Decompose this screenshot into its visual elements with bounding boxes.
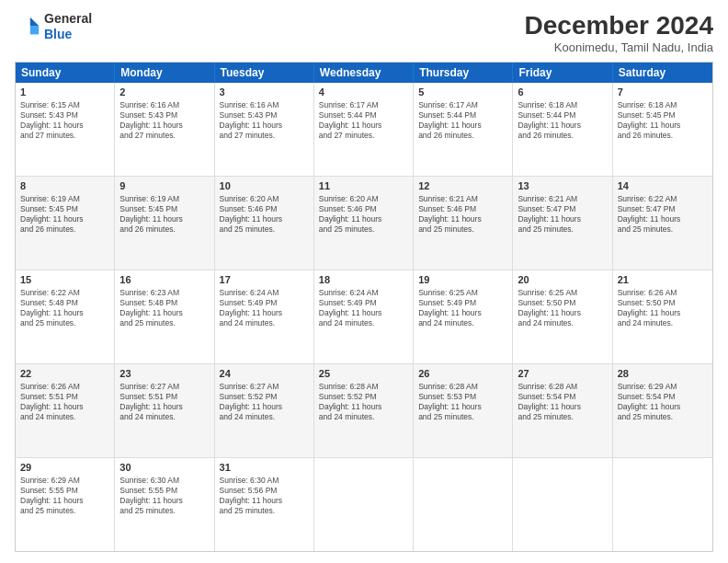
calendar-cell: 26Sunrise: 6:28 AM Sunset: 5:53 PM Dayli… — [414, 364, 513, 457]
logo-text: General Blue — [44, 11, 92, 42]
calendar-cell: 16Sunrise: 6:23 AM Sunset: 5:48 PM Dayli… — [115, 270, 214, 363]
cell-info: Sunrise: 6:29 AM Sunset: 5:55 PM Dayligh… — [20, 476, 109, 516]
calendar-cell: 30Sunrise: 6:30 AM Sunset: 5:55 PM Dayli… — [115, 458, 214, 551]
day-number: 2 — [119, 86, 209, 99]
cell-info: Sunrise: 6:17 AM Sunset: 5:44 PM Dayligh… — [418, 100, 507, 141]
day-number: 4 — [319, 86, 408, 99]
header-wednesday: Wednesday — [314, 63, 414, 83]
calendar-row: 1Sunrise: 6:15 AM Sunset: 5:43 PM Daylig… — [16, 83, 712, 176]
cell-info: Sunrise: 6:24 AM Sunset: 5:49 PM Dayligh… — [319, 288, 408, 328]
calendar-row: 29Sunrise: 6:29 AM Sunset: 5:55 PM Dayli… — [16, 457, 712, 551]
day-number: 8 — [20, 179, 109, 193]
day-number: 19 — [418, 273, 507, 287]
cell-info: Sunrise: 6:20 AM Sunset: 5:46 PM Dayligh… — [220, 194, 309, 235]
cell-info: Sunrise: 6:26 AM Sunset: 5:51 PM Dayligh… — [20, 382, 109, 422]
day-number: 25 — [319, 367, 408, 381]
calendar-cell: 9Sunrise: 6:19 AM Sunset: 5:45 PM Daylig… — [115, 177, 214, 270]
cell-info: Sunrise: 6:24 AM Sunset: 5:49 PM Dayligh… — [220, 288, 309, 328]
cell-info: Sunrise: 6:30 AM Sunset: 5:56 PM Dayligh… — [220, 476, 309, 516]
cell-info: Sunrise: 6:22 AM Sunset: 5:47 PM Dayligh… — [618, 194, 708, 235]
day-number: 23 — [119, 367, 209, 381]
header-tuesday: Tuesday — [215, 63, 314, 83]
calendar-cell — [414, 458, 513, 551]
calendar-header: Sunday Monday Tuesday Wednesday Thursday… — [16, 63, 712, 83]
header-friday: Friday — [513, 63, 612, 83]
location: Koonimedu, Tamil Nadu, India — [525, 40, 713, 54]
cell-info: Sunrise: 6:19 AM Sunset: 5:45 PM Dayligh… — [20, 194, 109, 235]
cell-info: Sunrise: 6:27 AM Sunset: 5:51 PM Dayligh… — [119, 382, 209, 422]
cell-info: Sunrise: 6:18 AM Sunset: 5:44 PM Dayligh… — [518, 100, 607, 141]
day-number: 30 — [119, 461, 209, 475]
cell-info: Sunrise: 6:16 AM Sunset: 5:43 PM Dayligh… — [119, 100, 209, 141]
day-number: 16 — [119, 273, 209, 287]
day-number: 17 — [220, 273, 309, 287]
cell-info: Sunrise: 6:22 AM Sunset: 5:48 PM Dayligh… — [20, 288, 109, 328]
cell-info: Sunrise: 6:20 AM Sunset: 5:46 PM Dayligh… — [319, 194, 408, 235]
day-number: 20 — [518, 273, 607, 287]
logo-icon — [15, 14, 40, 40]
header-sunday: Sunday — [16, 63, 115, 83]
page: General Blue December 2024 Koonimedu, Ta… — [0, 0, 728, 563]
calendar-cell: 17Sunrise: 6:24 AM Sunset: 5:49 PM Dayli… — [215, 270, 314, 363]
day-number: 7 — [618, 86, 708, 99]
title-block: December 2024 Koonimedu, Tamil Nadu, Ind… — [525, 11, 713, 54]
day-number: 10 — [220, 179, 309, 193]
calendar-cell: 4Sunrise: 6:17 AM Sunset: 5:44 PM Daylig… — [314, 83, 414, 176]
calendar-cell: 7Sunrise: 6:18 AM Sunset: 5:45 PM Daylig… — [613, 83, 712, 176]
calendar-cell: 28Sunrise: 6:29 AM Sunset: 5:54 PM Dayli… — [613, 364, 712, 457]
header-monday: Monday — [115, 63, 214, 83]
day-number: 3 — [220, 86, 309, 99]
calendar-cell: 6Sunrise: 6:18 AM Sunset: 5:44 PM Daylig… — [513, 83, 612, 176]
calendar-body: 1Sunrise: 6:15 AM Sunset: 5:43 PM Daylig… — [16, 83, 712, 551]
calendar-cell: 8Sunrise: 6:19 AM Sunset: 5:45 PM Daylig… — [16, 177, 115, 270]
month-title: December 2024 — [525, 11, 713, 40]
calendar-cell: 29Sunrise: 6:29 AM Sunset: 5:55 PM Dayli… — [16, 458, 115, 551]
day-number: 5 — [418, 86, 507, 99]
calendar-cell — [613, 458, 712, 551]
calendar-cell: 22Sunrise: 6:26 AM Sunset: 5:51 PM Dayli… — [16, 364, 115, 457]
cell-info: Sunrise: 6:27 AM Sunset: 5:52 PM Dayligh… — [220, 382, 309, 422]
day-number: 6 — [518, 86, 607, 99]
day-number: 26 — [418, 367, 507, 381]
calendar-cell: 11Sunrise: 6:20 AM Sunset: 5:46 PM Dayli… — [314, 177, 414, 270]
calendar-cell: 15Sunrise: 6:22 AM Sunset: 5:48 PM Dayli… — [16, 270, 115, 363]
day-number: 29 — [20, 461, 109, 475]
cell-info: Sunrise: 6:28 AM Sunset: 5:52 PM Dayligh… — [319, 382, 408, 422]
svg-marker-0 — [30, 17, 39, 26]
calendar-cell — [314, 458, 414, 551]
day-number: 24 — [220, 367, 309, 381]
calendar-row: 15Sunrise: 6:22 AM Sunset: 5:48 PM Dayli… — [16, 270, 712, 363]
day-number: 15 — [20, 273, 109, 287]
calendar-cell: 5Sunrise: 6:17 AM Sunset: 5:44 PM Daylig… — [414, 83, 513, 176]
calendar-cell: 2Sunrise: 6:16 AM Sunset: 5:43 PM Daylig… — [115, 83, 214, 176]
cell-info: Sunrise: 6:25 AM Sunset: 5:49 PM Dayligh… — [418, 288, 507, 328]
calendar-row: 22Sunrise: 6:26 AM Sunset: 5:51 PM Dayli… — [16, 363, 712, 457]
calendar-cell: 3Sunrise: 6:16 AM Sunset: 5:43 PM Daylig… — [215, 83, 314, 176]
cell-info: Sunrise: 6:17 AM Sunset: 5:44 PM Dayligh… — [319, 100, 408, 141]
day-number: 21 — [618, 273, 708, 287]
calendar-cell: 12Sunrise: 6:21 AM Sunset: 5:46 PM Dayli… — [414, 177, 513, 270]
cell-info: Sunrise: 6:16 AM Sunset: 5:43 PM Dayligh… — [220, 100, 309, 141]
day-number: 22 — [20, 367, 109, 381]
calendar-cell: 18Sunrise: 6:24 AM Sunset: 5:49 PM Dayli… — [314, 270, 414, 363]
calendar-cell: 1Sunrise: 6:15 AM Sunset: 5:43 PM Daylig… — [16, 83, 115, 176]
svg-marker-1 — [30, 26, 39, 34]
calendar-cell: 27Sunrise: 6:28 AM Sunset: 5:54 PM Dayli… — [513, 364, 612, 457]
calendar: Sunday Monday Tuesday Wednesday Thursday… — [15, 62, 713, 552]
day-number: 27 — [518, 367, 607, 381]
cell-info: Sunrise: 6:15 AM Sunset: 5:43 PM Dayligh… — [20, 100, 109, 141]
logo: General Blue — [15, 11, 92, 42]
cell-info: Sunrise: 6:30 AM Sunset: 5:55 PM Dayligh… — [119, 476, 209, 516]
day-number: 13 — [518, 179, 607, 193]
calendar-cell: 25Sunrise: 6:28 AM Sunset: 5:52 PM Dayli… — [314, 364, 414, 457]
day-number: 31 — [220, 461, 309, 475]
calendar-cell: 13Sunrise: 6:21 AM Sunset: 5:47 PM Dayli… — [513, 177, 612, 270]
day-number: 14 — [618, 179, 708, 193]
calendar-cell: 31Sunrise: 6:30 AM Sunset: 5:56 PM Dayli… — [215, 458, 314, 551]
cell-info: Sunrise: 6:21 AM Sunset: 5:46 PM Dayligh… — [418, 194, 507, 235]
calendar-row: 8Sunrise: 6:19 AM Sunset: 5:45 PM Daylig… — [16, 176, 712, 270]
day-number: 9 — [119, 179, 209, 193]
calendar-cell: 19Sunrise: 6:25 AM Sunset: 5:49 PM Dayli… — [414, 270, 513, 363]
cell-info: Sunrise: 6:28 AM Sunset: 5:54 PM Dayligh… — [518, 382, 607, 422]
calendar-cell: 23Sunrise: 6:27 AM Sunset: 5:51 PM Dayli… — [115, 364, 214, 457]
